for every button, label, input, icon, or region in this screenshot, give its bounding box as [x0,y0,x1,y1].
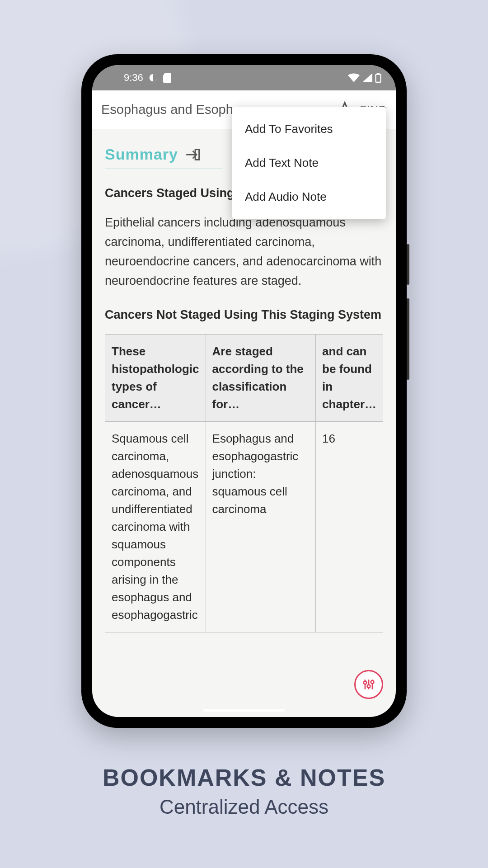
wifi-icon [348,73,360,82]
table-cell: Esophagus and esophagogastric junction: … [206,422,316,632]
sd-card-icon [163,73,171,83]
battery-icon [375,73,381,83]
menu-item-audio-note[interactable]: Add Audio Note [232,180,386,214]
status-time: 9:36 [124,72,143,84]
table-cell: 16 [316,422,383,632]
menu-item-favorites[interactable]: Add To Favorites [232,112,386,146]
sliders-icon [361,677,376,692]
menu-item-text-note[interactable]: Add Text Note [232,146,386,180]
nav-indicator [203,709,285,712]
table-header-cell: and can be found in chapter… [316,335,383,422]
phone-frame: 9:36 Esophagus and Esophagoga… FIND Summ… [81,54,407,728]
caption-sub: Centralized Access [0,796,488,818]
table-header-cell: Are staged according to the classificati… [206,335,316,422]
body-text-1: Epithelial cancers including adenosquamo… [105,213,383,291]
phone-screen: 9:36 Esophagus and Esophagoga… FIND Summ… [92,65,396,717]
status-bar: 9:36 [92,65,396,90]
svg-point-6 [364,681,367,684]
svg-rect-2 [377,73,379,74]
promo-caption: BOOKMARKS & NOTES Centralized Access [0,764,488,818]
table-header-row: These histopathologic types of cancer… A… [105,335,383,422]
staging-table: These histopathologic types of cancer… A… [105,334,383,632]
caption-heading: BOOKMARKS & NOTES [0,764,488,791]
table-header-cell: These histopathologic types of cancer… [105,335,206,422]
signal-icon [362,73,372,82]
svg-point-10 [371,680,374,684]
summary-link[interactable]: Summary [105,146,222,169]
summary-label: Summary [105,146,178,163]
table-cell: Squamous cell carcinoma, adenosquamous c… [105,422,206,632]
status-icon-1 [149,73,158,82]
settings-fab[interactable] [354,670,383,699]
table-row: Squamous cell carcinoma, adenosquamous c… [105,422,383,632]
arrow-right-icon [184,147,200,162]
section-title-2: Cancers Not Staged Using This Staging Sy… [105,307,383,324]
svg-point-8 [367,685,371,688]
context-menu: Add To Favorites Add Text Note Add Audio… [232,107,386,219]
svg-rect-1 [376,74,381,82]
